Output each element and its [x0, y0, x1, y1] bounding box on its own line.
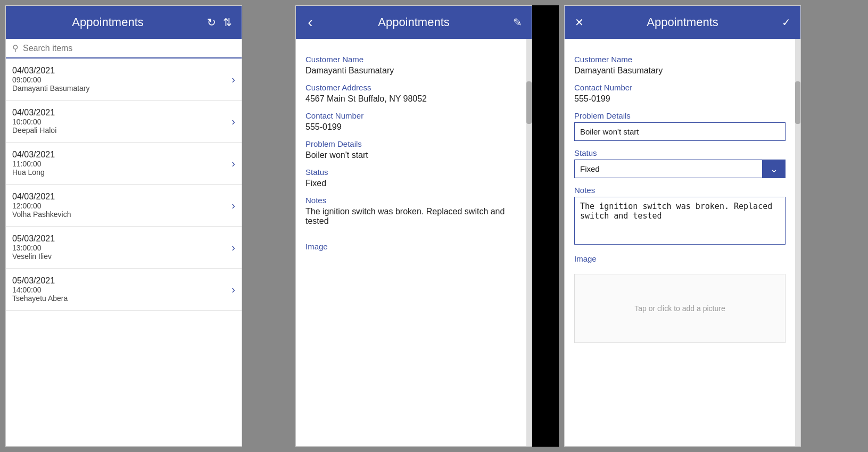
appointments-list-panel: Appointments ↻ ⇅ ⚲ 04/03/2021 09:00:00 D… — [5, 5, 242, 447]
list-panel-title: Appointments — [12, 15, 203, 29]
contact-number-value: 555-0199 — [305, 122, 517, 132]
image-upload-area[interactable]: Tap or click to add a picture — [574, 274, 786, 343]
chevron-right-icon: › — [232, 241, 235, 254]
list-item-name: Hua Long — [12, 168, 232, 177]
edit-contact-number-label: Contact Number — [574, 83, 786, 92]
list-panel-header: Appointments ↻ ⇅ — [6, 6, 242, 39]
contact-number-label: Contact Number — [305, 111, 517, 120]
list-item-name: Volha Pashkevich — [12, 210, 232, 219]
list-item-content: 04/03/2021 10:00:00 Deepali Haloi — [12, 108, 232, 135]
edit-panel-header: ✕ Appointments ✓ — [565, 6, 800, 39]
list-item-content: 05/03/2021 13:00:00 Veselin Iliev — [12, 234, 232, 261]
list-item-name: Damayanti Basumatary — [12, 84, 232, 93]
problem-details-input[interactable] — [574, 122, 786, 141]
edit-customer-name-label: Customer Name — [574, 55, 786, 64]
list-item-content: 04/03/2021 09:00:00 Damayanti Basumatary — [12, 66, 232, 93]
status-label: Status — [305, 168, 517, 177]
list-item[interactable]: 04/03/2021 10:00:00 Deepali Haloi › — [6, 101, 242, 143]
sort-icon[interactable]: ⇅ — [219, 16, 235, 29]
list-item[interactable]: 05/03/2021 13:00:00 Veselin Iliev › — [6, 227, 242, 269]
edit-customer-name-value: Damayanti Basumatary — [574, 66, 786, 76]
notes-label: Notes — [305, 196, 517, 205]
list-item[interactable]: 04/03/2021 12:00:00 Volha Pashkevich › — [6, 185, 242, 227]
detail-panel-title: Appointments — [318, 15, 509, 29]
chevron-right-icon: › — [232, 283, 235, 296]
image-placeholder-text: Tap or click to add a picture — [634, 304, 725, 313]
list-item-date: 05/03/2021 — [12, 234, 232, 244]
search-icon: ⚲ — [12, 43, 19, 53]
edit-problem-details-label: Problem Details — [574, 111, 786, 120]
customer-address-label: Customer Address — [305, 83, 517, 92]
problem-details-label: Problem Details — [305, 139, 517, 148]
black-gap — [532, 5, 559, 447]
edit-scrollbar[interactable] — [795, 39, 800, 446]
status-select[interactable]: FixedPendingIn ProgressCancelled — [574, 160, 786, 178]
edit-notes-label: Notes — [574, 186, 786, 195]
confirm-icon[interactable]: ✓ — [778, 16, 794, 29]
list-item-date: 04/03/2021 — [12, 192, 232, 202]
list-item-time: 10:00:00 — [12, 118, 232, 126]
list-item[interactable]: 04/03/2021 11:00:00 Hua Long › — [6, 143, 242, 185]
problem-details-value: Boiler won't start — [305, 150, 517, 160]
edit-contact-number-value: 555-0199 — [574, 94, 786, 104]
list-item-content: 05/03/2021 14:00:00 Tsehayetu Abera — [12, 276, 232, 303]
list-item-time: 12:00:00 — [12, 202, 232, 210]
list-item-date: 04/03/2021 — [12, 108, 232, 118]
detail-body-wrapper: Customer Name Damayanti Basumatary Custo… — [296, 39, 532, 446]
list-item-time: 11:00:00 — [12, 160, 232, 168]
edit-status-label: Status — [574, 148, 786, 157]
list-item[interactable]: 04/03/2021 09:00:00 Damayanti Basumatary… — [6, 58, 242, 101]
detail-body: Customer Name Damayanti Basumatary Custo… — [296, 39, 526, 446]
customer-address-value: 4567 Main St Buffalo, NY 98052 — [305, 94, 517, 104]
search-bar: ⚲ — [6, 39, 242, 58]
list-item[interactable]: 05/03/2021 14:00:00 Tsehayetu Abera › — [6, 269, 242, 311]
list-item-time: 09:00:00 — [12, 76, 232, 84]
appointments-list: 04/03/2021 09:00:00 Damayanti Basumatary… — [6, 58, 242, 311]
search-input[interactable] — [23, 44, 235, 53]
detail-panel-header: ‹ Appointments ✎ — [296, 6, 532, 39]
chevron-right-icon: › — [232, 115, 235, 128]
list-item-date: 04/03/2021 — [12, 66, 232, 76]
list-item-time: 13:00:00 — [12, 244, 232, 252]
chevron-right-icon: › — [232, 199, 235, 212]
refresh-icon[interactable]: ↻ — [203, 16, 219, 29]
customer-name-value: Damayanti Basumatary — [305, 66, 517, 76]
appointments-detail-panel: ‹ Appointments ✎ Customer Name Damayanti… — [295, 5, 532, 447]
list-item-content: 04/03/2021 11:00:00 Hua Long — [12, 150, 232, 177]
notes-value: The ignition switch was broken. Replaced… — [305, 207, 517, 226]
customer-name-label: Customer Name — [305, 55, 517, 64]
appointments-edit-panel: ✕ Appointments ✓ Customer Name Damayanti… — [564, 5, 801, 447]
list-item-name: Tsehayetu Abera — [12, 294, 232, 303]
list-item-content: 04/03/2021 12:00:00 Volha Pashkevich — [12, 192, 232, 219]
list-item-time: 14:00:00 — [12, 286, 232, 294]
edit-body-wrapper: Customer Name Damayanti Basumatary Conta… — [565, 39, 800, 446]
close-icon[interactable]: ✕ — [571, 16, 587, 29]
back-icon[interactable]: ‹ — [302, 14, 318, 31]
list-item-date: 05/03/2021 — [12, 276, 232, 286]
status-value: Fixed — [305, 179, 517, 188]
edit-body: Customer Name Damayanti Basumatary Conta… — [565, 39, 795, 446]
chevron-right-icon: › — [232, 73, 235, 86]
list-item-name: Deepali Haloi — [12, 126, 232, 135]
notes-textarea[interactable] — [574, 197, 786, 245]
detail-scrollbar[interactable] — [526, 39, 532, 446]
status-select-wrapper: FixedPendingIn ProgressCancelled ⌄ — [574, 160, 786, 178]
chevron-right-icon: › — [232, 157, 235, 170]
edit-panel-title: Appointments — [587, 15, 778, 29]
edit-image-label: Image — [574, 254, 786, 263]
list-item-date: 04/03/2021 — [12, 150, 232, 160]
list-item-name: Veselin Iliev — [12, 252, 232, 261]
edit-icon[interactable]: ✎ — [509, 16, 525, 29]
image-label: Image — [305, 242, 517, 251]
